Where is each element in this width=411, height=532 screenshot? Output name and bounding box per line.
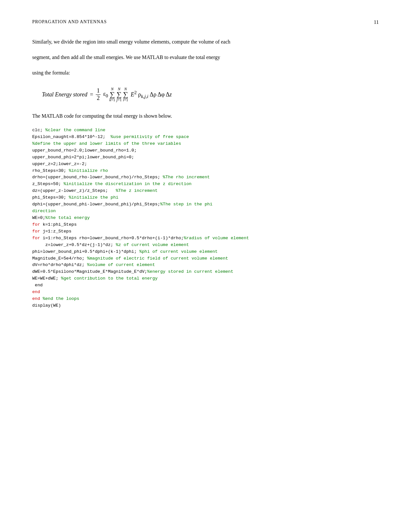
code-comment-21: %get contribution to the total energy	[61, 276, 158, 281]
code-comment-11b: direction	[32, 209, 56, 213]
code-line-8a: z_Steps=50;	[32, 182, 64, 186]
code-comment-9: %The z increment	[113, 188, 158, 193]
code-comment-2: %use permitivity of free space	[111, 134, 189, 139]
code-line-14: j=1:z_Steps	[40, 229, 71, 234]
sigma-k: N ∑ k=1	[109, 87, 115, 102]
code-line-17a: phi=lower_bound_phi+0.5*dphi+(k-1)*dphi;	[32, 249, 139, 254]
formula-block: Total Energy stored = 1 2 ε0 N ∑ k=1 N ∑…	[42, 87, 379, 102]
code-comment-16: %z of current volume element	[116, 242, 189, 247]
paragraph-2: segment, and then add all the small ener…	[32, 52, 379, 63]
code-line-19a: dV=rho*drho*dphi*dz;	[32, 262, 87, 267]
sigma-i: N ∑ i=1	[123, 87, 128, 102]
page-header: PROPAGATION AND ANTENNAS 11	[32, 19, 379, 25]
code-for-2: for	[32, 229, 40, 234]
code-for-3: for	[32, 236, 40, 241]
code-line-11a: dphi=(upper_bound_phi-lower_bound_phi)/p…	[32, 202, 160, 207]
code-line-3: upper_bound_rho=2.0;lower_bound_rho=1.0;	[32, 148, 137, 153]
code-comment-end: %end the loops	[40, 296, 79, 301]
header-page-number: 11	[374, 19, 379, 25]
code-end-3: end	[32, 296, 40, 301]
code-comment-18: %magnitude of electric field of current …	[87, 256, 228, 261]
paragraph-3: using the formula:	[32, 68, 379, 78]
header-title: PROPAGATION AND ANTENNAS	[32, 19, 107, 25]
code-line-18a: Magnitude_E=5e4/rho;	[32, 256, 87, 261]
code-line-15: i=1:rho_Steps rho=lower_bound_rho+0.5*dr…	[40, 236, 184, 241]
code-comment-17: %phi of current volume element	[139, 249, 218, 254]
code-line-13: k=1:phi_Steps	[40, 222, 76, 227]
code-comment-12: %the total energy	[45, 215, 90, 220]
code-line-21a: WE=WE+dWE;	[32, 276, 61, 281]
code-line-9a: dz=(upper_z-lower_z)/z_Steps;	[32, 188, 113, 193]
formula-equals: =	[90, 91, 93, 98]
matlab-description: The MATLAB code for computing the total …	[32, 111, 379, 121]
code-comment-10: %initialize the phi	[69, 195, 118, 200]
code-line-7a: drho=(upper_bound_rho-lower_bound_rho)/r…	[32, 175, 163, 180]
code-line-1: clc;	[32, 128, 45, 133]
formula-epsilon: ε0	[103, 91, 108, 99]
code-line-12a: WE=0;	[32, 215, 45, 220]
code-line-16a: z=lower_z+0.5*dz+(j-1)*dz;	[32, 242, 116, 247]
code-display: display(WE)	[32, 303, 61, 308]
sigma-j: N ∑ j=1	[116, 87, 122, 102]
code-line-6a: rho_Steps=30;	[32, 168, 69, 173]
code-comment-3: %define the upper and lower limits of th…	[32, 141, 181, 146]
code-comment-7: %The rho increment	[163, 175, 210, 180]
code-comment-8: %initialize the discretization in the z …	[64, 182, 191, 186]
formula-expression: E2 ρk,j,i Δρ Δφ Δz	[131, 90, 172, 99]
code-comment-1: %clear the command line	[45, 128, 105, 133]
code-comment-6: %initialize rho	[69, 168, 108, 173]
formula-label: Total Energy stored	[42, 91, 87, 98]
code-comment-11: %The step in the phi	[160, 202, 212, 207]
code-comment-19: %volume of current element	[87, 262, 155, 267]
code-comment-15: %radius of volume element	[184, 236, 249, 241]
formula-fraction: 1 2	[96, 87, 101, 102]
code-line-5: upper_z=2;lower_z=-2;	[32, 162, 87, 166]
page: PROPAGATION AND ANTENNAS 11 Similarly, w…	[0, 0, 411, 532]
code-line-2a: Epsilon_naught=8.854*10^-12;	[32, 134, 111, 139]
code-block: clc; %clear the command line Epsilon_nau…	[32, 127, 379, 309]
code-line-end1: end	[32, 283, 43, 288]
code-line-10a: phi_Steps=30;	[32, 195, 69, 200]
code-line-4: upper_bound_phi=2*pi;lower_bound_phi=0;	[32, 155, 134, 160]
paragraph-1: Similarly, we divide the region into sma…	[32, 37, 379, 47]
code-for-1: for	[32, 222, 40, 227]
code-end-2: end	[32, 290, 40, 294]
code-comment-20: %energy stored in current element	[147, 269, 233, 274]
code-line-20a: dWE=0.5*Epsilono*Magnitude_E*Magnitude_E…	[32, 269, 147, 274]
